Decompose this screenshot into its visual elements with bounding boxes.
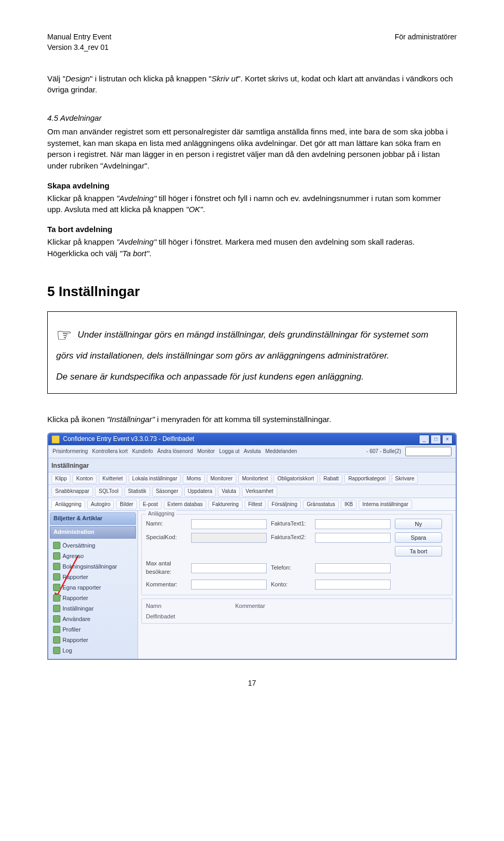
window-title: Confidence Entry Event v3.3.0.73 - Delfi… — [63, 435, 194, 444]
tab[interactable]: Gränsstatus — [303, 500, 339, 510]
tab[interactable]: Monitortext — [238, 474, 271, 484]
tab[interactable]: Bilder — [116, 500, 137, 510]
tab[interactable]: Interna inställningar — [359, 500, 412, 510]
tab[interactable]: Rapportkategori — [344, 474, 389, 484]
input-maxantal[interactable] — [191, 563, 267, 573]
label-konto: Konto: — [271, 581, 311, 589]
tab[interactable]: Uppdatera — [184, 487, 216, 497]
doc-audience: För administratörer — [395, 31, 457, 42]
tab[interactable]: Klipp — [51, 474, 70, 484]
sidebar-list: Översättning Agresso Bokningsinställning… — [50, 539, 136, 657]
skapa-avdelning-text: Klickar på knappen "Avdelning" till höge… — [47, 193, 457, 216]
sidebar-section-biljetter[interactable]: Biljetter & Artiklar — [50, 512, 136, 525]
doc-title: Manual Entry Event — [47, 31, 111, 42]
tab[interactable]: Snabbknappar — [51, 487, 93, 497]
input-kommentar[interactable] — [191, 580, 267, 590]
input-fakt1[interactable] — [315, 519, 391, 529]
page-number: 17 — [47, 678, 457, 688]
doc-version: Version 3.4_rev 01 — [47, 42, 111, 52]
maximize-icon[interactable]: □ — [430, 435, 441, 444]
sidebar-item[interactable]: Bokningsinställningar — [51, 562, 135, 572]
tab[interactable]: IKB — [341, 500, 356, 510]
tab[interactable]: Kvitteriet — [99, 474, 127, 484]
tab[interactable]: Försäljning — [268, 500, 301, 510]
label-fakt2: FakturaText2: — [271, 533, 311, 542]
tab[interactable]: Statistik — [124, 487, 150, 497]
app-logo-icon — [51, 435, 60, 444]
input-specialkod — [191, 533, 267, 543]
sidebar-item[interactable]: Användare — [51, 614, 135, 625]
sidebar-item[interactable]: Agresso — [51, 551, 135, 562]
top-menu-row: Prisinformering Kontrollera kort Kundinf… — [48, 445, 456, 458]
label-fakt1: FakturaText1: — [271, 520, 311, 528]
open-settings-text: Klicka på ikonen "Inställningar" i menyr… — [47, 414, 457, 425]
tab[interactable]: Skrivare — [392, 474, 418, 484]
input-konto[interactable] — [315, 580, 391, 590]
tab[interactable]: Moms — [183, 474, 204, 484]
top-links: Prisinformering Kontrollera kort Kundinf… — [52, 448, 297, 456]
main-panel: Anläggning Namn: FakturaText1: Ny Specia… — [138, 511, 456, 658]
intro-paragraph: Välj "Design" i listrutan och klicka på … — [47, 73, 457, 96]
tab[interactable]: Verksamhet — [242, 487, 277, 497]
sidebar-item[interactable]: Log — [51, 646, 135, 656]
tab[interactable]: Valuta — [218, 487, 240, 497]
close-icon[interactable]: × — [442, 435, 453, 444]
tabort-avdelning-heading: Ta bort avdelning — [47, 224, 457, 235]
tabort-button[interactable]: Ta bort — [395, 546, 442, 556]
label-namn: Namn: — [146, 520, 187, 528]
toolbar: Inställningar — [48, 458, 456, 472]
tab[interactable]: SQLTool — [95, 487, 122, 497]
toolbar-title: Inställningar — [51, 462, 89, 469]
skapa-avdelning-heading: Skapa avdelning — [47, 180, 457, 192]
app-window: Confidence Entry Event v3.3.0.73 - Delfi… — [47, 433, 457, 659]
page-header: Manual Entry Event Version 3.4_rev 01 Fö… — [47, 31, 457, 53]
top-search-input[interactable] — [405, 447, 452, 456]
tab[interactable]: Lokala inställningar — [129, 474, 181, 484]
top-right-code: - 607 - Bulle(2) — [366, 448, 401, 456]
window-title-bar: Confidence Entry Event v3.3.0.73 - Delfi… — [48, 434, 456, 445]
section-5-heading: 5 Inställningar — [47, 282, 457, 302]
tab[interactable]: Extern databas — [164, 500, 206, 510]
spara-button[interactable]: Spara — [395, 532, 442, 543]
sidebar-section-administration[interactable]: Administration — [50, 526, 136, 539]
label-kommentar: Kommentar: — [146, 581, 187, 589]
col-namn: Namn — [146, 601, 235, 612]
tab[interactable]: Autogiro — [87, 500, 114, 510]
tab[interactable]: E-post — [139, 500, 162, 510]
sidebar-item[interactable]: Rapporter — [51, 593, 135, 604]
tabort-avdelning-text: Klickar på knappen "Avdelning" till höge… — [47, 236, 457, 259]
tab[interactable]: Filtest — [245, 500, 266, 510]
sidebar-item[interactable]: Egna rapporter — [51, 583, 135, 593]
list-header: Namn Kommentar Delfinbadet — [141, 598, 453, 624]
tab[interactable]: Rabatt — [320, 474, 342, 484]
tabs-row-1: Klipp Konton Kvitteriet Lokala inställni… — [48, 472, 456, 486]
tabs-row-3: Anläggning Autogiro Bilder E-post Extern… — [48, 498, 456, 511]
tab[interactable]: Konton — [72, 474, 97, 484]
tab[interactable]: Fakturering — [208, 500, 243, 510]
input-fakt2[interactable] — [315, 533, 391, 543]
section-4-5-para: Om man använder registret som ett person… — [47, 126, 457, 172]
sidebar-item[interactable]: Profiler — [51, 625, 135, 635]
label-maxantal: Max antal besökare: — [146, 560, 187, 576]
list-item[interactable]: Delfinbadet — [146, 612, 235, 622]
sidebar-item[interactable]: Rapporter — [51, 572, 135, 583]
section-4-5-heading: 4.5 Avdelningar — [47, 112, 457, 124]
sidebar-item[interactable]: Översättning — [51, 541, 135, 551]
tab[interactable]: Säsonger — [152, 487, 182, 497]
label-specialkod: SpecialKod: — [146, 533, 187, 542]
minimize-icon[interactable]: _ — [419, 435, 429, 444]
sidebar: Biljetter & Artiklar Administration Över… — [48, 511, 138, 658]
label-telefon: Telefon: — [271, 564, 311, 572]
tabs-row-2: Snabbknappar SQLTool Statistik Säsonger … — [48, 485, 456, 498]
tab[interactable]: Monitorer — [207, 474, 236, 484]
input-namn[interactable] — [191, 519, 267, 529]
col-kommentar: Kommentar — [235, 601, 448, 612]
ny-button[interactable]: Ny — [395, 519, 442, 529]
tab-active[interactable]: Anläggning — [51, 500, 85, 510]
input-telefon[interactable] — [315, 563, 391, 573]
anlaggning-group: Anläggning Namn: FakturaText1: Ny Specia… — [141, 514, 453, 595]
tab[interactable]: Obligatoriskkort — [274, 474, 317, 484]
hand-pointer-icon: ☞ — [56, 325, 72, 345]
sidebar-item[interactable]: Inställningar — [51, 604, 135, 614]
sidebar-item[interactable]: Rapporter — [51, 635, 135, 646]
